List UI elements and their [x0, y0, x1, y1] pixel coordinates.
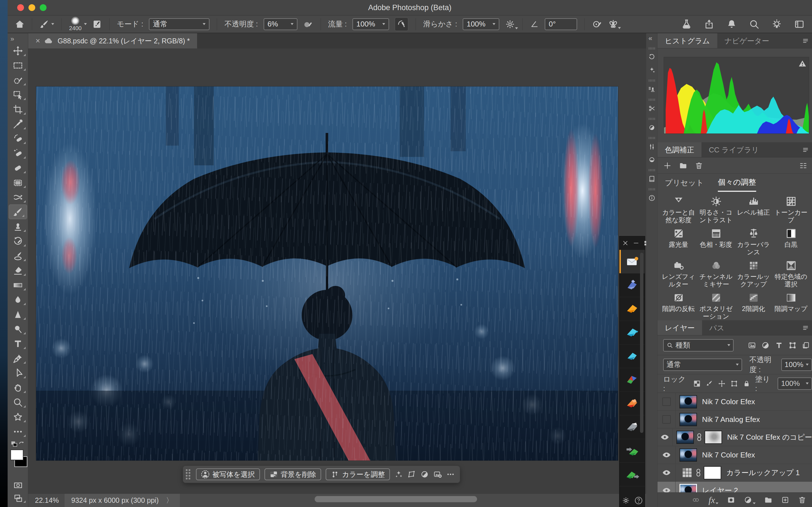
tool-mixer-brush[interactable]: [8, 248, 28, 263]
nik-scrollbar[interactable]: [640, 252, 644, 433]
layer-row[interactable]: Nik 7 Color Efex: [658, 446, 812, 464]
nik-presharpener-item[interactable]: [619, 439, 645, 463]
tool-rectangular-marquee[interactable]: [8, 58, 28, 73]
subtab-single-adjustments[interactable]: 個々の調整: [718, 174, 756, 192]
tab-histogram[interactable]: ヒストグラム: [658, 33, 717, 48]
layer-thumbnail[interactable]: [679, 395, 697, 408]
adjustment-selective-color[interactable]: 特定色域の選択: [772, 258, 810, 288]
color-circle-icon[interactable]: [646, 153, 658, 166]
mask-link-icon[interactable]: [693, 468, 704, 477]
smoothing-select[interactable]: 100%: [463, 18, 499, 30]
beaker-icon[interactable]: [681, 19, 692, 30]
tool-patch[interactable]: [8, 175, 28, 190]
tool-crop[interactable]: [8, 102, 28, 117]
select-subject-button[interactable]: 被写体を選択: [196, 468, 260, 480]
add-icon[interactable]: [663, 161, 672, 170]
home-icon[interactable]: [15, 19, 24, 29]
adjustment-channel-mixer[interactable]: チャンネルミキサー: [697, 258, 735, 288]
blend-mode-select[interactable]: 通常: [149, 18, 209, 30]
gear-icon[interactable]: [621, 496, 630, 505]
pressure-opacity-icon[interactable]: [303, 19, 313, 29]
visibility-toggle[interactable]: [658, 464, 675, 482]
properties-sliders-icon[interactable]: [646, 140, 658, 153]
adjustment-icon[interactable]: [744, 496, 756, 504]
adjustment-color-vibrance[interactable]: カラーと自然な彩度: [660, 193, 697, 224]
document-info[interactable]: 9324 px x 6000 px (300 ppi) 〉: [64, 494, 180, 507]
tool-history-brush[interactable]: [8, 234, 28, 248]
tool-custom-shape[interactable]: [8, 409, 28, 424]
lock-artboard-icon[interactable]: [730, 380, 738, 388]
lightbulb-icon[interactable]: [771, 19, 782, 30]
adjustment-color-balance[interactable]: カラーバランス: [735, 226, 772, 256]
close-icon[interactable]: [622, 240, 628, 246]
tool-eyedropper[interactable]: [8, 117, 28, 131]
sparkle-wand-icon[interactable]: [395, 470, 403, 478]
layer-mask-thumbnail[interactable]: [705, 431, 722, 444]
foreground-color-swatch[interactable]: [10, 450, 23, 460]
flow-select[interactable]: 100%: [352, 18, 389, 30]
remove-background-button[interactable]: 背景を削除: [264, 468, 321, 480]
lock-move-icon[interactable]: [718, 380, 726, 388]
layer-thumbnail[interactable]: [676, 431, 694, 444]
adjustment-posterize[interactable]: ポスタリゼーション: [697, 290, 735, 320]
layer-fill-input[interactable]: 100%: [777, 378, 812, 390]
adjustment-hue-saturation[interactable]: 色相・彩度: [697, 226, 735, 256]
panel-menu-icon[interactable]: [802, 146, 809, 154]
layer-opacity-input[interactable]: 100%: [781, 358, 812, 371]
adjustment-filter-icon[interactable]: [761, 341, 770, 349]
search-icon[interactable]: [749, 19, 760, 30]
tool-pen[interactable]: [8, 351, 28, 365]
fx-icon[interactable]: fx: [709, 496, 718, 504]
layer-thumbnail[interactable]: [679, 448, 697, 462]
visibility-toggle[interactable]: [658, 429, 672, 446]
tab-cc-libraries[interactable]: CC ライブラリ: [702, 142, 766, 157]
tool-brush[interactable]: [9, 205, 27, 219]
tool-edit-toolbar[interactable]: [8, 424, 28, 439]
tool-gradient[interactable]: [8, 278, 28, 292]
add-image-icon[interactable]: [434, 470, 442, 478]
layer-name[interactable]: Nik 7 Color Efex: [702, 397, 755, 406]
libraries-icon[interactable]: [646, 172, 658, 185]
layer-thumbnail[interactable]: [679, 413, 697, 426]
tool-remove[interactable]: [8, 131, 28, 146]
adjust-color-button[interactable]: カラーを調整: [326, 468, 390, 480]
lock-transparent-icon[interactable]: [693, 380, 701, 388]
layer-row[interactable]: カラールックアップ 1: [658, 464, 812, 482]
tool-type[interactable]: [8, 336, 28, 351]
tool-sharpen[interactable]: [8, 307, 28, 322]
layer-name[interactable]: Nik 7 Analog Efex: [702, 415, 760, 424]
tool-move[interactable]: [8, 43, 28, 58]
adjustment-curves[interactable]: トーンカーブ: [772, 193, 810, 224]
list-view-icon[interactable]: [799, 161, 808, 170]
taskbar-drag-handle[interactable]: [186, 469, 190, 480]
adjustment-brightness-contrast[interactable]: 明るさ・コントラスト: [697, 193, 735, 224]
nik-output-sharpener-item[interactable]: [619, 463, 645, 487]
transform-icon[interactable]: [407, 470, 416, 478]
tab-paths[interactable]: パス: [702, 320, 732, 335]
document-tab[interactable]: × G88.psdc @ 22.1% (レイヤー 2, RGB/8) *: [28, 33, 197, 48]
panel-menu-icon[interactable]: [802, 37, 809, 45]
tool-content-aware-move[interactable]: [8, 190, 28, 205]
adjustment-threshold[interactable]: 2階調化: [735, 290, 772, 320]
layer-name[interactable]: Nik 7 Color Efex のコピー: [727, 432, 812, 442]
layer-filter-select[interactable]: 種類: [663, 339, 733, 351]
gear-icon[interactable]: [505, 19, 515, 29]
adjustment-color-lookup[interactable]: カラールックアップ: [735, 258, 772, 288]
screen-mode-button[interactable]: [8, 492, 28, 505]
lock-all-icon[interactable]: [743, 380, 751, 388]
minimize-icon[interactable]: [633, 240, 639, 246]
adjustment-icon[interactable]: [420, 470, 429, 478]
adjustment-invert[interactable]: 階調の反転: [660, 290, 697, 320]
tool-zoom[interactable]: [8, 395, 28, 409]
clipping-warning-icon[interactable]: [798, 59, 807, 68]
opacity-select[interactable]: 6%: [264, 18, 297, 30]
add-mask-icon[interactable]: [727, 496, 735, 504]
adjustment-photo-filter[interactable]: レンズフィルター: [660, 258, 697, 288]
folder-icon[interactable]: [679, 161, 688, 170]
layer-name[interactable]: カラールックアップ 1: [726, 468, 800, 478]
default-colors-icon[interactable]: [10, 441, 18, 448]
workspace-icon[interactable]: [794, 19, 805, 30]
layer-blend-mode-select[interactable]: 通常: [663, 358, 742, 371]
toolbar-collapse[interactable]: »: [8, 33, 28, 43]
visibility-toggle[interactable]: [658, 446, 675, 464]
